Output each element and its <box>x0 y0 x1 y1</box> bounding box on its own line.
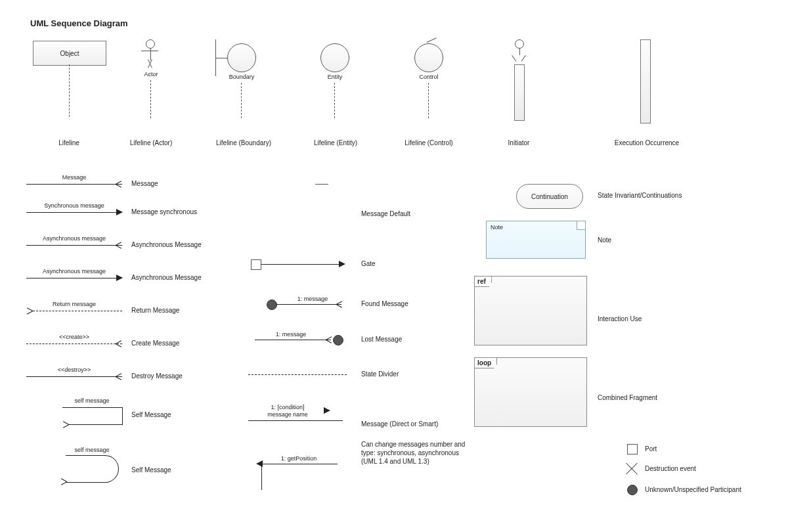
destruction-label: Destruction event <box>645 465 696 472</box>
self-right <box>122 407 123 424</box>
async-label: Asynchronous Message <box>131 241 202 248</box>
unknown-participant-label: Unknown/Unspecified Participant <box>645 486 741 493</box>
port-icon <box>627 444 638 454</box>
control-caption: Lifeline (Control) <box>398 139 460 146</box>
create-over: <<create>> <box>26 334 122 340</box>
self-bottom <box>69 424 123 425</box>
interaction-use-frame: ref <box>474 276 587 345</box>
self-label: Self Message <box>131 411 171 418</box>
gate-line <box>261 264 340 265</box>
direct-arrowhead <box>324 407 330 414</box>
return-arrowhead <box>26 307 33 314</box>
boundary-link <box>215 58 227 58</box>
message-over: Message <box>26 174 122 181</box>
destroy-label: Destroy Message <box>131 372 183 380</box>
actor-caption: Lifeline (Actor) <box>125 139 177 146</box>
lost-label: Lost Message <box>361 336 402 343</box>
self2-over: self message <box>59 447 125 453</box>
diagram-canvas: UML Sequence Diagram Object Lifeline Act… <box>0 0 788 532</box>
control-dash <box>428 83 429 118</box>
actor-name: Actor <box>137 71 165 78</box>
note-shape: Note <box>486 221 586 259</box>
found-arrowhead <box>336 301 343 307</box>
boundary-dash <box>241 83 242 118</box>
async-arrowhead <box>116 242 122 248</box>
direct-over1: 1: [condition] <box>248 404 327 410</box>
gate-arrowhead <box>339 261 345 267</box>
diagram-title: UML Sequence Diagram <box>30 18 128 28</box>
state-divider-label: State Divider <box>361 370 399 378</box>
message-line <box>26 184 122 185</box>
return-over: Return message <box>26 301 122 307</box>
entity-caption: Lifeline (Entity) <box>306 139 365 146</box>
self-over: self message <box>59 397 125 404</box>
boundary-name: Boundary <box>223 74 260 80</box>
lost-end-circle <box>333 335 343 345</box>
found-over: 1: message <box>281 296 344 302</box>
getpos-over: 1: getPosition <box>263 455 335 462</box>
initiator-triangle-outline <box>512 55 525 64</box>
ref-tag: ref <box>475 277 492 287</box>
note-caption: Note <box>598 236 611 244</box>
create-label: Create Message <box>131 340 179 347</box>
message-label: Message <box>131 180 158 187</box>
async2-label: Asynchronous Message <box>131 274 202 281</box>
sync-label: Message synchronous <box>131 208 197 215</box>
direct-line <box>248 420 343 421</box>
loop-tag: loop <box>475 358 497 368</box>
object-box-label: Object <box>60 50 79 57</box>
combined-fragment-caption: Combined Fragment <box>598 394 657 401</box>
getpos-lifeline <box>261 464 262 490</box>
entity-dash <box>334 83 335 118</box>
create-line <box>26 344 122 344</box>
sync-over: Synchronous message <box>26 202 122 209</box>
control-circle <box>414 43 443 72</box>
direct-over2: message name <box>248 411 327 418</box>
initiator-caption: Initiator <box>499 139 538 146</box>
control-name: Control <box>412 74 445 80</box>
async-over: Asynchronous message <box>26 235 122 242</box>
object-box-shape: Object <box>33 41 106 66</box>
async2-arrowhead <box>116 275 123 281</box>
interaction-use-caption: Interaction Use <box>598 315 642 322</box>
found-label: Found Message <box>361 300 408 307</box>
destroy-over: <<destroy>> <box>26 366 122 373</box>
unknown-participant-icon <box>627 485 638 495</box>
self-top <box>62 407 123 408</box>
control-tick <box>427 37 437 43</box>
direct-note: Can change messages number and type: syn… <box>361 440 466 466</box>
self2-arrowhead <box>60 478 67 485</box>
lost-over: 1: message <box>255 331 327 338</box>
return-label: Return Message <box>131 307 179 314</box>
sync-line <box>26 212 122 213</box>
message-arrowhead <box>116 181 122 187</box>
actor-dash <box>150 80 151 118</box>
async2-line <box>26 278 122 278</box>
initiator-actor-icon <box>515 39 524 55</box>
entity-circle <box>320 43 349 72</box>
lifeline-dash <box>69 64 70 117</box>
continuation-shape: Continuation <box>516 184 583 209</box>
combined-fragment-frame: loop <box>474 357 587 427</box>
continuation-caption: State Invariant/Continuations <box>598 192 682 199</box>
direct-label: Message (Direct or Smart) <box>361 420 438 428</box>
boundary-circle <box>227 43 256 72</box>
lifeline-caption: Lifeline <box>46 139 92 146</box>
sync-arrowhead <box>116 209 123 215</box>
boundary-caption: Lifeline (Boundary) <box>208 139 280 146</box>
create-arrowhead <box>116 340 122 347</box>
return-line <box>33 311 122 311</box>
continuation-label: Continuation <box>531 193 568 200</box>
async-line <box>26 245 122 246</box>
getpos-line <box>261 464 338 464</box>
gate-label: Gate <box>361 260 376 267</box>
found-line <box>276 304 341 305</box>
execution-bar <box>640 39 651 123</box>
port-label: Port <box>645 445 657 453</box>
execution-caption: Execution Occurrence <box>604 139 690 146</box>
lost-arrowhead <box>326 336 332 343</box>
message-default-label: Message Default <box>361 210 410 217</box>
found-origin-circle <box>267 299 277 310</box>
state-divider-line <box>248 374 347 375</box>
actor-icon <box>146 39 155 60</box>
